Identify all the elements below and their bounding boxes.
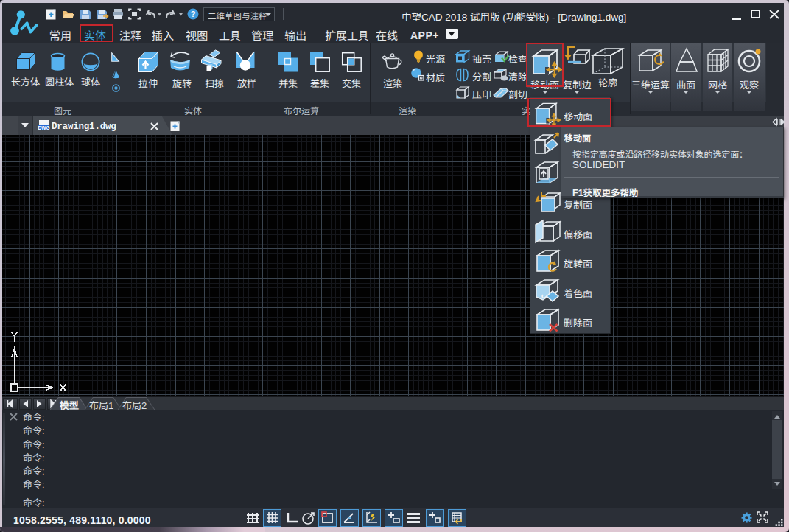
svg-text:?: ?	[191, 10, 196, 18]
svg-text:DWG: DWG	[38, 125, 50, 130]
